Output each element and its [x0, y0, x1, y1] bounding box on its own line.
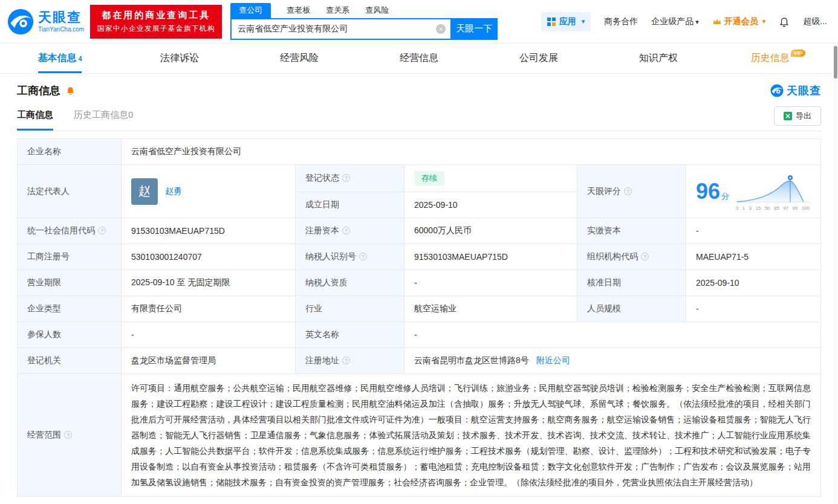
score-axis: 0 1 3 15 50 85 97 99 100: [736, 205, 810, 211]
tab-operating-info[interactable]: 经营信息: [359, 44, 479, 73]
value-reg-capital: 60000万人民币: [404, 218, 577, 244]
value-credit-code: 91530103MAEUAP715D: [122, 218, 296, 244]
tab-intellectual-property[interactable]: 知识产权: [599, 44, 718, 73]
value-reg-number: 530103001240707: [122, 244, 296, 270]
tab-legal-lawsuits[interactable]: 法律诉讼: [120, 44, 239, 73]
search-input[interactable]: [230, 18, 450, 40]
value-score: 96分: [686, 165, 821, 218]
value-org-code: MAEUAP71-5: [686, 244, 821, 270]
scrollbar-thumb[interactable]: [834, 46, 837, 79]
apps-menu[interactable]: 应用: [541, 12, 591, 31]
score-tick: 50: [765, 205, 770, 211]
tab-company-development[interactable]: 公司发展: [479, 44, 599, 73]
crown-icon: [712, 17, 722, 27]
apps-label: 应用: [559, 16, 576, 27]
brand-eye-icon: [7, 8, 34, 35]
search-tab-risk[interactable]: 查风险: [365, 5, 389, 18]
tab-label: 历史信息: [751, 52, 790, 65]
menu-super[interactable]: 超级...: [803, 16, 827, 27]
promo-line1: 都在用的商业查询工具: [102, 10, 210, 21]
tab-label: 经营风险: [280, 52, 319, 65]
info-icon[interactable]: [624, 187, 632, 195]
menu-business-cooperation[interactable]: 商务合作: [604, 16, 638, 27]
label-paid-capital: 实缴资本: [577, 218, 686, 244]
label-reg-status: 登记状态: [296, 165, 404, 192]
info-icon[interactable]: [98, 227, 106, 234]
score-chart: 0 1 3 15 50 85 97 99 100: [736, 172, 811, 211]
export-button[interactable]: 导出: [774, 106, 821, 126]
label-business-term: 营业期限: [18, 270, 122, 296]
score-tick: 97: [783, 205, 788, 211]
clear-search-icon[interactable]: [436, 24, 446, 34]
label-english-name: 英文名称: [296, 322, 404, 348]
label-score: 天眼评分: [577, 165, 686, 218]
notification-bell-icon[interactable]: [779, 16, 790, 27]
row-company-type: 企业类型 有限责任公司 行业 航空运输业 人员规模 -: [18, 296, 821, 322]
label-business-scope: 经营范围: [18, 374, 122, 497]
score-tick: 1: [742, 205, 745, 211]
label-reg-authority: 登记机关: [18, 348, 122, 374]
nearby-companies-link[interactable]: 附近公司: [536, 355, 570, 365]
value-taxpayer-quality: -: [404, 270, 577, 296]
tab-basic-info[interactable]: 基本信息 4: [0, 44, 120, 73]
label-taxpayer-id: 纳税人识别号: [296, 244, 404, 270]
info-icon[interactable]: [342, 357, 350, 364]
label-taxpayer-quality: 纳税人资质: [296, 270, 404, 296]
search-tab-relation[interactable]: 查关系: [326, 5, 349, 18]
value-reg-authority: 盘龙区市场监督管理局: [122, 348, 296, 374]
search-tab-company[interactable]: 查公司: [230, 3, 271, 18]
value-insured-count: -: [122, 322, 296, 348]
section-header: 工商信息 天眼查: [0, 74, 838, 98]
top-header: 天眼查 TianYanCha.com 都在用的商业查询工具 国家中小企业发展子基…: [0, 0, 838, 44]
tab-operating-risk[interactable]: 经营风险: [239, 44, 359, 73]
info-icon[interactable]: [64, 431, 72, 439]
info-icon[interactable]: [359, 253, 367, 260]
info-icon[interactable]: [641, 253, 649, 260]
score-tick: 100: [802, 205, 810, 211]
vip-badge: VIP: [791, 50, 806, 57]
row-reg-authority: 登记机关 盘龙区市场监督管理局 注册地址 云南省昆明市盘龙区世博路8号 附近公司: [18, 348, 821, 374]
label-staff-size: 人员规模: [577, 296, 686, 322]
row-insured-count: 参保人数 - 英文名称 -: [18, 322, 821, 348]
legal-rep-avatar[interactable]: 赵: [131, 178, 158, 205]
tab-history-info[interactable]: 历史信息 VIP: [718, 44, 838, 73]
row-business-scope: 经营范围 许可项目：通用航空服务；公共航空运输；民用航空器维修；民用航空维修人员…: [18, 374, 821, 497]
search-box: 天眼一下: [230, 18, 498, 40]
page-title: 工商信息: [17, 83, 60, 98]
search-button[interactable]: 天眼一下: [450, 18, 498, 40]
score-tick: 3: [749, 205, 752, 211]
menu-open-membership[interactable]: 开通会员: [712, 16, 766, 27]
score-tick: 99: [792, 205, 797, 211]
search-tab-boss[interactable]: 查老板: [287, 5, 310, 18]
membership-label: 开通会员: [724, 16, 758, 27]
search-tabs: 查公司 查老板 查关系 查风险: [230, 4, 498, 18]
brand-eye-icon: [770, 84, 784, 97]
subtab-history-business-info[interactable]: 历史工商信息0: [74, 109, 133, 131]
excel-icon: [784, 112, 792, 120]
label-company-name: 企业名称: [18, 139, 122, 165]
promo-line2: 国家中小企业发展子基金旗下机构: [97, 24, 215, 34]
value-legal-rep: 赵 赵勇: [122, 165, 296, 218]
row-credit-code: 统一社会信用代码 91530103MAEUAP715D 注册资本 60000万人…: [18, 218, 821, 244]
label-reg-capital: 注册资本: [296, 218, 404, 244]
tianyancha-logo[interactable]: 天眼查 TianYanCha.com: [7, 8, 84, 35]
watermark-text: 天眼查: [787, 83, 821, 98]
watermark-logo: 天眼查: [770, 83, 821, 98]
sub-tabs: 工商信息 历史工商信息0 导出: [17, 106, 821, 131]
subtab-business-info[interactable]: 工商信息: [17, 109, 53, 131]
info-icon[interactable]: [342, 174, 350, 182]
brand-name: 天眼查: [38, 10, 84, 25]
menu-enterprise-products[interactable]: 企业级产品: [651, 16, 699, 27]
tab-label: 经营信息: [400, 52, 438, 65]
legal-rep-link[interactable]: 赵勇: [165, 186, 182, 197]
score-tick: 15: [755, 205, 761, 211]
row-business-term: 营业期限 2025-09-10 至 无固定期限 纳税人资质 - 核准日期 202…: [18, 270, 821, 296]
search-area: 查公司 查老板 查关系 查风险 天眼一下: [230, 4, 498, 40]
info-icon[interactable]: [342, 227, 350, 234]
tab-label: 基本信息: [37, 52, 76, 65]
label-company-type: 企业类型: [18, 296, 122, 322]
label-establish-date: 成立日期: [296, 192, 404, 218]
value-business-term: 2025-09-10 至 无固定期限: [122, 270, 296, 296]
monitor-bell-icon[interactable]: [65, 86, 76, 96]
label-approval-date: 核准日期: [577, 270, 686, 296]
